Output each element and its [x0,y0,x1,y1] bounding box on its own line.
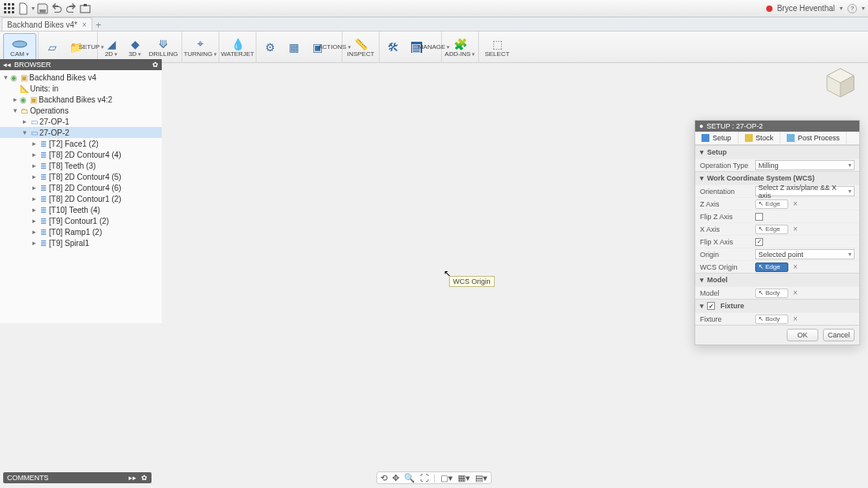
setup-new-button[interactable]: ▱ [40,33,64,61]
label-operation-type: Operation Type [700,162,755,169]
browser-settings-icon[interactable]: ✿ [152,61,159,69]
new-tab-button[interactable]: + [92,20,105,31]
tree-op[interactable]: ▸≣[T8] 2D Contour1 (2) [0,193,162,204]
tab-stock[interactable]: Stock [739,132,781,144]
fixture-enable-checkbox[interactable]: ✓ [707,302,715,310]
simulate-icon: ▦ [289,40,299,54]
visibility-icon[interactable]: ◉ [19,95,28,104]
document-tab[interactable]: Backhand Bikes v4* × [2,17,92,31]
tree-setup-1[interactable]: ▸▭27-OP-1 [0,116,162,127]
tab-post-process[interactable]: Post Process [780,132,847,144]
file-icon[interactable] [17,2,30,15]
tree-op[interactable]: ▸≣[T8] 2D Contour4 (5) [0,171,162,182]
tree-op[interactable]: ▸≣[T8] Teeth (3) [0,160,162,171]
ok-button[interactable]: OK [787,329,818,341]
label-flipx: Flip X Axis [700,238,755,246]
tree-op[interactable]: ▸≣[T9] Spiral1 [0,237,162,248]
manage-tools-button[interactable]: 🛠 [381,33,405,61]
orientation-select[interactable]: Select Z axis/plane && X axis [755,186,855,196]
actions-gen-button[interactable]: ⚙ [258,33,282,61]
setup-dropdown[interactable]: SETUP [88,33,95,61]
app-grid-icon[interactable] [3,2,16,15]
toolpath-icon: ≣ [38,239,49,248]
clear-xaxis-button[interactable]: × [791,225,799,233]
clear-wcsorigin-button[interactable]: × [791,263,799,271]
3d-button[interactable]: ◆3D [123,33,147,61]
cancel-button[interactable]: Cancel [823,329,855,341]
tree-op[interactable]: ▸≣[T9] Contour1 (2) [0,215,162,226]
operation-type-select[interactable]: Milling [755,160,855,170]
zaxis-edge-selector[interactable]: ↖Edge [755,199,788,209]
select-button[interactable]: ⬚SELECT [481,33,514,61]
display-style-dropdown[interactable]: ▢▾ [440,473,453,483]
tree-op[interactable]: ▸≣[T0] Ramp1 (2) [0,226,162,237]
workspace-cam-button[interactable]: CAM [3,33,36,61]
tree-units[interactable]: 📐Units: in [0,83,162,94]
cam-icon [11,37,28,51]
section-setup-header[interactable]: ▾Setup [695,145,859,158]
clear-model-button[interactable]: × [791,289,799,297]
inspect-button[interactable]: 📏INSPECT [344,33,377,61]
help-dropdown[interactable]: ▾ [862,5,865,12]
addins-button[interactable]: 🧩ADD-INS [443,33,477,61]
close-icon[interactable]: × [82,20,87,29]
svg-point-12 [13,41,27,47]
section-model-header[interactable]: ▾Model [695,273,859,286]
file-dropdown[interactable]: ▾ [32,5,35,12]
help-icon[interactable]: ? [847,4,857,13]
setup-icon: ▭ [28,117,39,126]
screenshot-icon[interactable] [79,2,92,15]
pan-icon[interactable]: ✥ [392,473,399,483]
origin-select[interactable]: Selected point [755,249,855,259]
tree-op[interactable]: ▸≣[T2] Face1 (2) [0,138,162,149]
viewport-layout-dropdown[interactable]: ▤▾ [475,473,488,483]
clear-fixture-button[interactable]: × [791,315,799,323]
grid-toggle[interactable]: ▦▾ [458,473,470,483]
xaxis-edge-selector[interactable]: ↖Edge [755,225,788,234]
actions-sim-button[interactable]: ▦ [282,33,305,61]
section-fixture-header[interactable]: ▾✓Fixture [695,299,859,312]
redo-icon[interactable] [65,2,77,15]
tree-op[interactable]: ▸≣[T8] 2D Contour4 (6) [0,182,162,193]
comments-settings-icon[interactable]: ✿ [141,474,148,482]
comments-bar[interactable]: COMMENTS ▸▸ ✿ [3,472,152,483]
flipz-checkbox[interactable] [755,213,763,221]
browser-collapse-icon[interactable]: ◂◂ [3,61,11,69]
tree-operations[interactable]: ▾🗀Operations [0,105,162,116]
document-tab-title: Backhand Bikes v4* [7,20,77,29]
waterjet-button[interactable]: 💧WATERJET [221,33,254,61]
user-dropdown[interactable]: ▾ [840,5,843,12]
actions-dropdown[interactable]: ACTIONS [329,33,340,61]
visibility-icon[interactable]: ◉ [9,73,18,82]
comments-expand-icon[interactable]: ▸▸ [129,474,137,482]
2d-button[interactable]: ◢2D [99,33,123,61]
undo-icon[interactable] [51,2,63,15]
tree-root[interactable]: ▾◉▣Backhand Bikes v4 [0,72,162,83]
tree-op[interactable]: ▸≣[T10] Teeth (4) [0,204,162,215]
label-origin: Origin [700,251,755,259]
view-cube[interactable] [824,66,857,99]
tree-setup-2[interactable]: ▾▭27-OP-2 [0,127,162,138]
tree-model[interactable]: ▸◉▣Backhand Bikes v4:2 [0,94,162,105]
setup-dialog-titlebar[interactable]: ●SETUP : 27-OP-2 [695,121,859,132]
tab-setup[interactable]: Setup [695,132,739,144]
browser-tree: ▾◉▣Backhand Bikes v4 📐Units: in ▸◉▣Backh… [0,70,162,250]
model-body-selector[interactable]: ↖Body [755,289,788,298]
svg-rect-10 [80,6,90,13]
user-name[interactable]: Bryce Heventhal [777,4,835,13]
wcs-origin-selector[interactable]: ↖Edge [755,263,788,272]
section-wcs-header[interactable]: ▾Work Coordinate System (WCS) [695,171,859,184]
flipx-checkbox[interactable]: ✓ [755,238,763,246]
clear-zaxis-button[interactable]: × [791,200,799,208]
setup-icon: ▭ [28,129,39,137]
turning-button[interactable]: ⌖TURNING [184,33,217,61]
pointer-icon: ↖ [758,225,764,233]
drilling-button[interactable]: ⟱DRILLING [147,33,180,61]
orbit-icon[interactable]: ⟲ [380,473,387,483]
zoom-fit-icon[interactable]: ⛶ [420,473,428,482]
manage-dropdown[interactable]: MANAGE [428,33,440,61]
tree-op[interactable]: ▸≣[T8] 2D Contour4 (4) [0,149,162,160]
zoom-icon[interactable]: 🔍 [404,473,415,483]
fixture-body-selector[interactable]: ↖Body [755,315,788,324]
save-icon[interactable] [36,2,49,15]
